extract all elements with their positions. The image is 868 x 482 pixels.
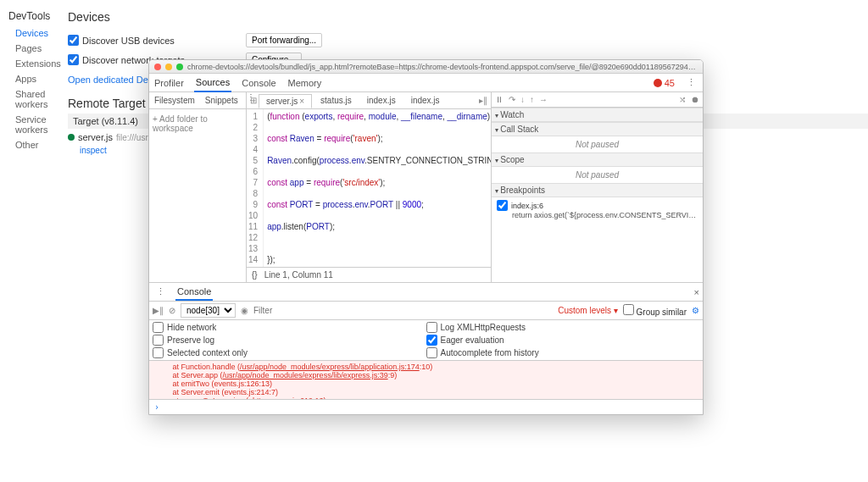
- add-folder-button[interactable]: + Add folder to workspace: [149, 109, 246, 138]
- context-select[interactable]: node[30]: [181, 303, 236, 318]
- file-tab-status[interactable]: status.js: [314, 94, 359, 107]
- cursor-position: Line 1, Column 11: [264, 270, 333, 280]
- window-url: chrome-devtools://devtools/bundled/js_ap…: [187, 63, 698, 71]
- editor-panel: ⊞ server.js× status.js index.js index.js…: [247, 92, 491, 282]
- maximize-window-icon[interactable]: [176, 64, 183, 70]
- titlebar: chrome-devtools://devtools/bundled/js_ap…: [149, 60, 703, 74]
- opt-preserve-log[interactable]: Preserve log: [153, 335, 426, 346]
- opt-log-xhr[interactable]: Log XMLHttpRequests: [426, 322, 700, 333]
- remote-target-title: Remote Target: [68, 97, 146, 110]
- eye-icon[interactable]: ◉: [241, 306, 248, 315]
- console-tab[interactable]: Console: [175, 284, 213, 301]
- gear-icon[interactable]: ⚙: [692, 306, 699, 315]
- sidebar-item-extensions[interactable]: Extensions: [0, 56, 68, 71]
- minimize-window-icon[interactable]: [165, 64, 172, 70]
- deactivate-breakpoints-icon[interactable]: ⤭: [679, 95, 686, 104]
- discover-usb-checkbox[interactable]: Discover USB devices: [68, 35, 212, 46]
- console-output[interactable]: at Function.handle (/usr/app/node_module…: [149, 361, 703, 399]
- file-tab-server[interactable]: server.js×: [259, 94, 312, 108]
- status-dot-icon: [68, 134, 75, 141]
- close-icon[interactable]: ×: [299, 97, 304, 106]
- levels-select[interactable]: Custom levels ▾: [558, 306, 618, 315]
- console-prompt[interactable]: ›: [149, 399, 703, 414]
- tab-profiler[interactable]: Profiler: [153, 75, 186, 91]
- main-toolbar: Profiler Sources Console Memory 45 ⋮: [149, 74, 703, 92]
- close-window-icon[interactable]: [154, 64, 161, 70]
- tab-console[interactable]: Console: [240, 75, 277, 91]
- opt-autocomplete[interactable]: Autocomplete from history: [426, 347, 700, 358]
- callstack-header[interactable]: Call Stack: [492, 122, 703, 136]
- watch-header[interactable]: Watch: [492, 108, 703, 122]
- step-out-icon[interactable]: ↑: [530, 95, 534, 104]
- devtools-window: chrome-devtools://devtools/bundled/js_ap…: [148, 59, 704, 415]
- opt-eager-eval[interactable]: Eager evaluation: [426, 335, 700, 346]
- error-count-badge[interactable]: 45: [654, 78, 675, 88]
- nav-tab-snippets[interactable]: Snippets: [200, 92, 243, 108]
- code-editor[interactable]: 1234567891011121314 (function (exports, …: [247, 109, 491, 267]
- port-forwarding-button[interactable]: Port forwarding...: [246, 33, 322, 47]
- sidebar: DevTools Devices Pages Extensions Apps S…: [0, 0, 68, 482]
- sidebar-item-devices[interactable]: Devices: [0, 25, 68, 41]
- sidebar-item-shared-workers[interactable]: Shared workers: [0, 86, 68, 112]
- pause-icon[interactable]: ⏸: [495, 95, 504, 104]
- callstack-body: Not paused: [492, 136, 703, 152]
- file-tab-index2[interactable]: index.js: [404, 94, 447, 107]
- opt-hide-network[interactable]: Hide network: [153, 322, 426, 333]
- sidebar-item-pages[interactable]: Pages: [0, 41, 68, 56]
- debugger-panel: ⏸ ↷ ↓ ↑ → ⤭ ⏺ Watch Call Stack Not pause…: [491, 92, 703, 282]
- scope-body: Not paused: [492, 167, 703, 183]
- braces-icon[interactable]: {}: [252, 270, 258, 280]
- target-name: server.js: [78, 132, 113, 142]
- scope-header[interactable]: Scope: [492, 152, 703, 167]
- step-into-icon[interactable]: ↓: [520, 95, 525, 104]
- pause-exceptions-icon[interactable]: ⏺: [691, 95, 699, 104]
- clear-console-icon[interactable]: ⊘: [169, 306, 175, 315]
- console-drawer: ⋮ Console × ▶∥ ⊘ node[30] ◉ Custom level…: [149, 283, 703, 414]
- group-similar-checkbox[interactable]: Group similar: [623, 304, 687, 317]
- sidebar-title: DevTools: [0, 7, 68, 25]
- menu-icon[interactable]: ⋮: [683, 77, 699, 88]
- file-nav-icon[interactable]: ⊞: [250, 96, 257, 105]
- sidebar-item-service-workers[interactable]: Service workers: [0, 112, 68, 137]
- step-icon[interactable]: →: [539, 95, 548, 104]
- tab-memory[interactable]: Memory: [287, 75, 324, 91]
- breakpoint-code: return axios.get(`${process.env.CONSENTS…: [497, 211, 698, 219]
- navigator-panel: Filesystem Snippets ⋮ + Add folder to wo…: [149, 92, 247, 282]
- file-tab-index1[interactable]: index.js: [360, 94, 403, 107]
- opt-selected-context[interactable]: Selected context only: [153, 347, 426, 358]
- breakpoint-item[interactable]: index.js:6: [497, 200, 698, 211]
- filter-input[interactable]: [253, 306, 553, 315]
- page-title: Devices: [68, 7, 868, 30]
- close-drawer-icon[interactable]: ×: [694, 287, 699, 297]
- sidebar-item-apps[interactable]: Apps: [0, 71, 68, 86]
- console-menu-icon[interactable]: ⋮: [153, 286, 169, 297]
- breakpoints-header[interactable]: Breakpoints: [492, 183, 703, 197]
- nav-tab-filesystem[interactable]: Filesystem: [149, 92, 200, 108]
- step-over-icon[interactable]: ↷: [509, 95, 515, 104]
- more-tabs-icon[interactable]: ▸∥: [479, 96, 487, 105]
- sidebar-item-other[interactable]: Other: [0, 137, 68, 152]
- toggle-sidebar-icon[interactable]: ▶∥: [153, 306, 164, 315]
- tab-sources[interactable]: Sources: [194, 74, 231, 92]
